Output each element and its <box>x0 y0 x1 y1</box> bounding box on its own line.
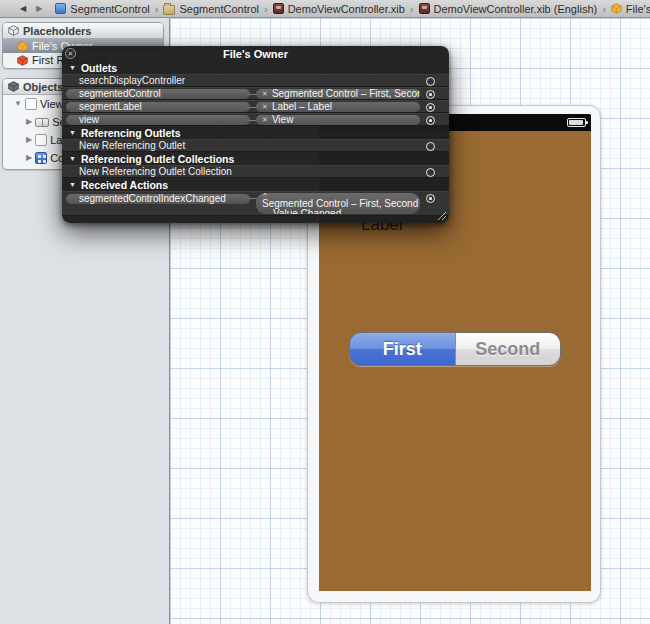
outlet-row-segmentlabel: segmentLabel Label – Label <box>62 100 449 113</box>
breadcrumb-chevron: › <box>152 3 162 15</box>
section-referencing-outlet-collections[interactable]: Referencing Outlet Collections <box>62 152 449 165</box>
disclosure-triangle-icon[interactable] <box>26 154 32 162</box>
section-label: Outlets <box>81 62 117 74</box>
breadcrumb-label: SegmentControl <box>179 3 259 15</box>
objects-cube-icon <box>8 81 19 92</box>
target-pill[interactable]: View <box>256 115 420 125</box>
tree-item-label: View <box>40 98 64 110</box>
xib-file-icon <box>419 3 430 14</box>
placeholders-header: Placeholders <box>3 23 163 39</box>
hud-title: File's Owner <box>62 48 449 60</box>
first-responder-cube-icon <box>17 55 28 66</box>
disclosure-triangle-icon[interactable] <box>69 64 76 71</box>
outlet-name: New Referencing Outlet <box>79 140 185 151</box>
section-label: Referencing Outlets <box>81 127 181 139</box>
objects-title: Objects <box>23 81 63 93</box>
target-label: Label – Label <box>272 102 332 112</box>
outlet-name: New Referencing Outlet Collection <box>79 166 232 177</box>
segment-first[interactable]: First <box>350 333 455 365</box>
disclosure-triangle-icon[interactable] <box>26 136 32 144</box>
row-new-referencing-outlet: New Referencing Outlet <box>62 139 449 152</box>
connection-circle-filled[interactable] <box>426 90 435 99</box>
outlet-row-view: view View <box>62 113 449 126</box>
action-pill[interactable]: segmentedControlIndexChanged <box>66 194 250 204</box>
outlet-row-searchdisplaycontroller: searchDisplayController <box>62 74 449 87</box>
disclosure-triangle-icon[interactable] <box>69 155 76 162</box>
xcode-interface-builder-window: ◀ ▶ SegmentControl › SegmentControl › De… <box>0 0 650 624</box>
disclosure-triangle-icon[interactable] <box>26 118 32 126</box>
section-label: Received Actions <box>81 179 168 191</box>
breadcrumb-label: DemoViewController.xib (English) <box>434 3 598 15</box>
section-outlets[interactable]: Outlets <box>62 61 449 74</box>
disconnect-icon[interactable] <box>262 89 268 99</box>
project-icon <box>55 3 66 14</box>
disclosure-triangle-icon[interactable] <box>69 129 76 136</box>
target-pill[interactable]: Label – Label <box>256 102 420 112</box>
placeholders-cube-icon <box>8 25 19 36</box>
files-owner-cube-icon <box>611 3 622 14</box>
connection-circle-filled[interactable] <box>426 103 435 112</box>
breadcrumb-label: File's Owner <box>626 3 650 15</box>
jump-bar: ◀ ▶ SegmentControl › SegmentControl › De… <box>0 0 650 18</box>
outlet-pill[interactable]: segmentLabel <box>66 102 250 112</box>
files-owner-cube-icon <box>17 41 28 52</box>
disconnect-icon[interactable] <box>262 102 268 112</box>
connection-circle-empty[interactable] <box>426 168 435 177</box>
disclosure-triangle-icon[interactable] <box>14 100 22 108</box>
segmented-control-icon <box>35 118 49 127</box>
breadcrumb-chevron: › <box>407 3 417 15</box>
connection-circle-empty[interactable] <box>426 77 435 86</box>
section-received-actions[interactable]: Received Actions <box>62 178 449 191</box>
segment-second[interactable]: Second <box>455 333 561 365</box>
forward-arrow-icon[interactable]: ▶ <box>31 0 47 18</box>
connections-hud-panel: File's Owner Outlets searchDisplayContro… <box>62 46 449 223</box>
breadcrumb-files-owner[interactable]: File's Owner <box>609 3 650 15</box>
event-label: Value Changed <box>262 209 420 215</box>
view-icon <box>25 98 37 110</box>
xib-file-icon <box>273 3 284 14</box>
folder-icon <box>163 5 175 15</box>
target-pill[interactable]: Segmented Control – First, Second Value … <box>256 193 420 214</box>
row-new-referencing-outlet-collection: New Referencing Outlet Collection <box>62 165 449 178</box>
connection-circle-filled[interactable] <box>426 194 435 203</box>
breadcrumb-project[interactable]: SegmentControl <box>53 3 152 15</box>
segmented-control[interactable]: First Second <box>349 332 561 366</box>
breadcrumb-group[interactable]: SegmentControl <box>161 3 261 15</box>
battery-icon <box>567 118 586 127</box>
outlet-name: searchDisplayController <box>79 75 185 86</box>
placeholders-title: Placeholders <box>23 25 91 37</box>
breadcrumb-chevron: › <box>599 3 609 15</box>
disclosure-triangle-icon[interactable] <box>69 181 76 188</box>
outlet-pill[interactable]: view <box>66 115 250 125</box>
section-label: Referencing Outlet Collections <box>81 153 234 165</box>
target-label: Segmented Control – First, Second <box>262 199 418 209</box>
back-arrow-icon[interactable]: ◀ <box>15 0 31 18</box>
outlet-pill[interactable]: segmentedControl <box>66 89 250 99</box>
connection-circle-filled[interactable] <box>426 116 435 125</box>
target-pill[interactable]: Segmented Control – First, Second <box>256 89 420 99</box>
section-referencing-outlets[interactable]: Referencing Outlets <box>62 126 449 139</box>
outlet-row-segmentedcontrol: segmentedControl Segmented Control – Fir… <box>62 87 449 100</box>
target-label: View <box>272 115 294 125</box>
blue-object-icon <box>35 152 47 164</box>
connection-circle-empty[interactable] <box>426 142 435 151</box>
breadcrumb-xib-file[interactable]: DemoViewController.xib <box>271 3 407 15</box>
breadcrumb-label: DemoViewController.xib <box>288 3 405 15</box>
breadcrumb-label: SegmentControl <box>70 3 150 15</box>
target-label: Segmented Control – First, Second <box>272 89 420 99</box>
disconnect-icon[interactable] <box>262 115 268 125</box>
breadcrumb-chevron: › <box>261 3 271 15</box>
label-icon <box>35 134 47 146</box>
action-row-segmentedcontrolindexchanged: segmentedControlIndexChanged Segmented C… <box>62 191 449 216</box>
breadcrumb-xib-localization[interactable]: DemoViewController.xib (English) <box>417 3 600 15</box>
